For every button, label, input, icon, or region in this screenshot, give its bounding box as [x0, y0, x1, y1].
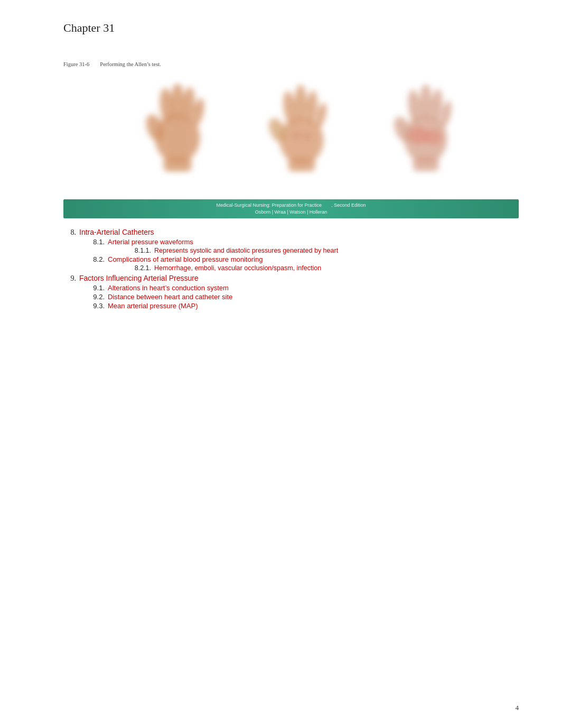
chapter-title: Chapter 31	[63, 21, 519, 35]
outline-item-9-1: 9.1. Alterations in heart’s conduction s…	[90, 284, 519, 292]
outline-item-9-3: 9.3. Mean arterial pressure (MAP)	[90, 302, 519, 310]
item-8-1-1-number: 8.1.1.	[132, 247, 151, 254]
hand-image-2	[244, 78, 360, 178]
outline-item-8-1: 8.1. Arterial pressure waveforms	[90, 238, 519, 246]
svg-rect-15	[288, 158, 315, 172]
svg-point-3	[171, 83, 184, 121]
item-9-3-number: 9.3.	[90, 302, 105, 310]
svg-point-23	[420, 84, 432, 121]
sublabel-3	[352, 194, 457, 199]
item-8-1-1-list: 8.1.1. Represents systolic and diastolic…	[90, 247, 519, 254]
item-9-text: Factors Influencing Arterial Pressure	[79, 274, 199, 282]
item-9-number: 9.	[63, 274, 76, 283]
figure-images	[85, 78, 519, 178]
item-8-2-1-number: 8.2.1.	[132, 264, 151, 272]
outline-item-8-2: 8.2. Complications of arterial blood pre…	[90, 255, 519, 263]
image-sublabels	[63, 194, 519, 199]
outline-item-9: 9. Factors Influencing Arterial Pressure…	[63, 274, 519, 310]
item-9-1-text: Alterations in heart’s conduction system	[108, 284, 229, 292]
hand-svg-1	[125, 83, 230, 173]
outline-item-9-2: 9.2. Distance between heart and catheter…	[90, 293, 519, 301]
item-8-1-1-text: Represents systolic and diastolic pressu…	[154, 247, 338, 254]
item-8-text: Intra-Arterial Catheters	[79, 228, 154, 236]
outline-item-8-1-1: 8.1.1. Represents systolic and diastolic…	[132, 247, 519, 254]
figure-label: Figure 31-6	[63, 61, 89, 67]
item-9-3-text: Mean arterial pressure (MAP)	[108, 302, 198, 310]
svg-point-16	[293, 133, 301, 137]
svg-point-17	[304, 135, 311, 139]
item-9-2-number: 9.2.	[90, 293, 105, 301]
item-9-2-text: Distance between heart and catheter site	[108, 293, 232, 301]
figure-caption-text: Performing the Allen’s test.	[100, 61, 161, 67]
item-8-2-text: Complications of arterial blood pressure…	[108, 255, 263, 263]
sublabel-1	[125, 194, 230, 199]
hand-svg-3	[373, 83, 479, 173]
outline-item-8-2-1: 8.2.1. Hemorrhage, emboli, vascular occl…	[132, 264, 519, 272]
item-9-children: 9.1. Alterations in heart’s conduction s…	[63, 284, 519, 310]
item-9-1-number: 9.1.	[90, 284, 105, 292]
item-8-1-number: 8.1.	[90, 238, 105, 246]
banner-text: Medical-Surgical Nursing: Preparation fo…	[216, 202, 366, 215]
hand-image-1	[119, 78, 236, 178]
item-8-2-1-text: Hemorrhage, emboli, vascular occlusion/s…	[154, 264, 321, 272]
hand-svg-2	[249, 83, 354, 173]
publisher-banner: Medical-Surgical Nursing: Preparation fo…	[63, 199, 519, 218]
item-8-children: 8.1. Arterial pressure waveforms 8.1.1. …	[63, 238, 519, 272]
figure-caption-area: Figure 31-6 Performing the Allen’s test.	[63, 61, 519, 67]
svg-point-20	[424, 129, 442, 145]
item-8-2-number: 8.2.	[90, 255, 105, 263]
page-number: 4	[516, 704, 519, 712]
page-container: Chapter 31 Figure 31-6 Performing the Al…	[0, 0, 561, 728]
svg-rect-26	[413, 157, 438, 171]
svg-rect-6	[164, 157, 192, 172]
outline-list: 8. Intra-Arterial Catheters 8.1. Arteria…	[63, 228, 519, 310]
svg-point-12	[295, 85, 307, 122]
item-8-number: 8.	[63, 228, 76, 237]
outline-item-8: 8. Intra-Arterial Catheters 8.1. Arteria…	[63, 228, 519, 272]
item-8-1-text: Arterial pressure waveforms	[108, 238, 193, 246]
sublabel-2	[238, 194, 344, 199]
item-8-2-1-list: 8.2.1. Hemorrhage, emboli, vascular occl…	[90, 264, 519, 272]
hand-image-3	[368, 78, 484, 178]
